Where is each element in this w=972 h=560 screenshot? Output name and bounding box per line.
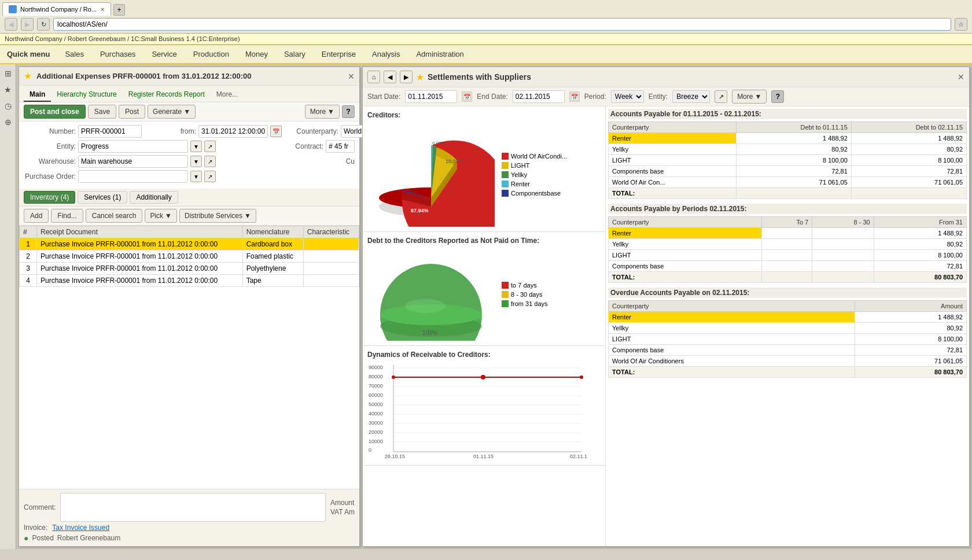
ap-cp: Renter bbox=[609, 133, 737, 144]
generate-btn[interactable]: Generate ▼ bbox=[148, 105, 196, 119]
comment-input[interactable] bbox=[60, 493, 326, 522]
grid-icon[interactable]: ⊞ bbox=[2, 68, 14, 79]
app-f31: 80,92 bbox=[874, 239, 966, 250]
forward-btn[interactable]: ▶ bbox=[21, 18, 34, 31]
star-icon[interactable]: ★ bbox=[2, 84, 14, 95]
browser-tab[interactable]: Northwind Company / Ro... ✕ bbox=[2, 2, 111, 16]
rp-home-btn[interactable]: ⌂ bbox=[367, 71, 380, 83]
refresh-btn[interactable]: ↻ bbox=[37, 18, 50, 31]
entity-input[interactable] bbox=[78, 140, 188, 153]
po-dropdown-btn[interactable]: ▼ bbox=[190, 171, 202, 182]
warehouse-input[interactable] bbox=[78, 155, 188, 168]
period-select[interactable]: Week bbox=[611, 90, 644, 103]
menu-item-analysis[interactable]: Analysis bbox=[364, 45, 408, 63]
contract-input[interactable] bbox=[326, 140, 355, 153]
section-tab-additionally[interactable]: Additionally bbox=[130, 191, 178, 204]
entity-dropdown-btn[interactable]: ▼ bbox=[190, 141, 202, 152]
menu-item-production[interactable]: Production bbox=[185, 45, 237, 63]
tab-close-btn[interactable]: ✕ bbox=[100, 6, 105, 13]
from-input[interactable] bbox=[198, 125, 268, 138]
end-cal-btn[interactable]: 📅 bbox=[569, 91, 580, 102]
rp-star-icon[interactable]: ★ bbox=[416, 72, 424, 83]
purchase-order-input[interactable] bbox=[78, 170, 188, 183]
entity-filter-select[interactable]: Breeze bbox=[672, 90, 710, 103]
panel-close-btn[interactable]: ✕ bbox=[348, 72, 355, 81]
menu-item-quick[interactable]: Quick menu bbox=[0, 45, 57, 63]
url-input[interactable] bbox=[53, 18, 951, 31]
app-col-cp: Counterparty bbox=[609, 217, 762, 228]
distribute-services-btn[interactable]: Distribute Services ▼ bbox=[179, 209, 256, 223]
start-cal-btn[interactable]: 📅 bbox=[462, 91, 472, 102]
row-doc: Purchase Invoice PRFR-000001 from 11.01.… bbox=[37, 275, 243, 287]
more-btn[interactable]: More ▼ bbox=[305, 105, 340, 119]
panel-tabs: Main Hierarchy Structure Register Record… bbox=[19, 86, 359, 102]
menu-item-service[interactable]: Service bbox=[143, 45, 185, 63]
tab-bar: Northwind Company / Ro... ✕ + bbox=[0, 0, 972, 16]
svg-text:90000: 90000 bbox=[369, 364, 383, 370]
svg-text:0.09%: 0.09% bbox=[432, 141, 446, 146]
history-icon[interactable]: ◷ bbox=[2, 100, 14, 112]
add-btn[interactable]: Add bbox=[24, 209, 49, 223]
po-open-btn[interactable]: ↗ bbox=[204, 171, 216, 182]
app-t8-30 bbox=[812, 272, 874, 283]
number-input[interactable] bbox=[78, 125, 142, 138]
app-f31: 8 100,00 bbox=[874, 250, 966, 261]
tab-main[interactable]: Main bbox=[24, 88, 51, 102]
tab-register[interactable]: Register Records Report bbox=[123, 88, 211, 102]
pick-btn[interactable]: Pick ▼ bbox=[145, 209, 177, 223]
save-btn[interactable]: Save bbox=[88, 105, 116, 119]
start-date-input[interactable] bbox=[405, 90, 457, 103]
section-tab-services[interactable]: Services (1) bbox=[78, 191, 127, 204]
tab-more[interactable]: More... bbox=[211, 88, 244, 102]
menu-item-purchases[interactable]: Purchases bbox=[92, 45, 143, 63]
svg-text:70000: 70000 bbox=[369, 383, 383, 389]
table-row[interactable]: 2 Purchase Invoice PRFR-000001 from 11.0… bbox=[20, 250, 359, 263]
inventory-table-scroll[interactable]: # Receipt Document Nomenclature Characte… bbox=[19, 226, 359, 489]
menu-item-enterprise[interactable]: Enterprise bbox=[314, 45, 364, 63]
from-cal-btn[interactable]: 📅 bbox=[270, 126, 282, 137]
post-btn[interactable]: Post bbox=[119, 105, 145, 119]
col-num: # bbox=[20, 226, 37, 238]
dynamics-title: Dynamics of Receivable to Creditors: bbox=[367, 351, 601, 359]
rp-close-btn[interactable]: ✕ bbox=[958, 72, 964, 82]
table-row[interactable]: 1 Purchase Invoice PRFR-000001 from 11.0… bbox=[20, 238, 359, 250]
section-tab-inventory[interactable]: Inventory (4) bbox=[24, 191, 75, 204]
table-row[interactable]: 3 Purchase Invoice PRFR-000001 from 11.0… bbox=[20, 263, 359, 275]
entity-open-btn[interactable]: ↗ bbox=[204, 141, 216, 152]
back-btn[interactable]: ◀ bbox=[5, 18, 17, 31]
ap-cp: TOTAL: bbox=[609, 188, 737, 199]
rp-more-btn[interactable]: More ▼ bbox=[732, 90, 767, 104]
new-tab-btn[interactable]: + bbox=[113, 4, 125, 16]
search-icon[interactable]: ⊕ bbox=[2, 116, 14, 128]
svg-point-34 bbox=[580, 375, 583, 379]
menu-item-salary[interactable]: Salary bbox=[276, 45, 314, 63]
row-num: 4 bbox=[20, 275, 37, 287]
menu-item-administration[interactable]: Administration bbox=[408, 45, 472, 63]
vat-label: VAT Am bbox=[330, 508, 355, 516]
table-row[interactable]: 4 Purchase Invoice PRFR-000001 from 11.0… bbox=[20, 275, 359, 287]
invoice-label: Invoice: bbox=[24, 524, 47, 532]
row-num: 3 bbox=[20, 263, 37, 275]
help-btn[interactable]: ? bbox=[342, 105, 355, 118]
cancel-search-btn[interactable]: Cancel search bbox=[86, 209, 143, 223]
end-date-input[interactable] bbox=[513, 90, 565, 103]
warehouse-open-btn[interactable]: ↗ bbox=[204, 156, 216, 167]
legend-label-31plus: from 31 days bbox=[511, 300, 548, 307]
panel-star-icon[interactable]: ★ bbox=[24, 71, 32, 82]
ap-cp: LIGHT bbox=[609, 155, 737, 166]
invoice-link[interactable]: Tax Invoice Issued bbox=[52, 524, 109, 532]
rp-refresh-btn[interactable]: ↗ bbox=[715, 90, 727, 103]
tab-hierarchy[interactable]: Hierarchy Structure bbox=[51, 88, 122, 102]
app-row: Yellky 80,92 bbox=[609, 239, 967, 250]
rp-back-btn[interactable]: ◀ bbox=[384, 71, 396, 83]
overdue-amt: 72,81 bbox=[855, 345, 967, 356]
warehouse-dropdown-btn[interactable]: ▼ bbox=[190, 156, 202, 167]
menu-item-money[interactable]: Money bbox=[237, 45, 276, 63]
rp-forward-btn[interactable]: ▶ bbox=[400, 71, 413, 83]
find-btn[interactable]: Find... bbox=[51, 209, 83, 223]
bookmark-btn[interactable]: ☆ bbox=[955, 18, 967, 31]
post-and-close-btn[interactable]: Post and close bbox=[24, 105, 86, 119]
menu-item-sales[interactable]: Sales bbox=[57, 45, 92, 63]
browser-chrome: Northwind Company / Ro... ✕ + ◀ ▶ ↻ ☆ No… bbox=[0, 0, 972, 45]
rp-help-btn[interactable]: ? bbox=[771, 90, 784, 103]
